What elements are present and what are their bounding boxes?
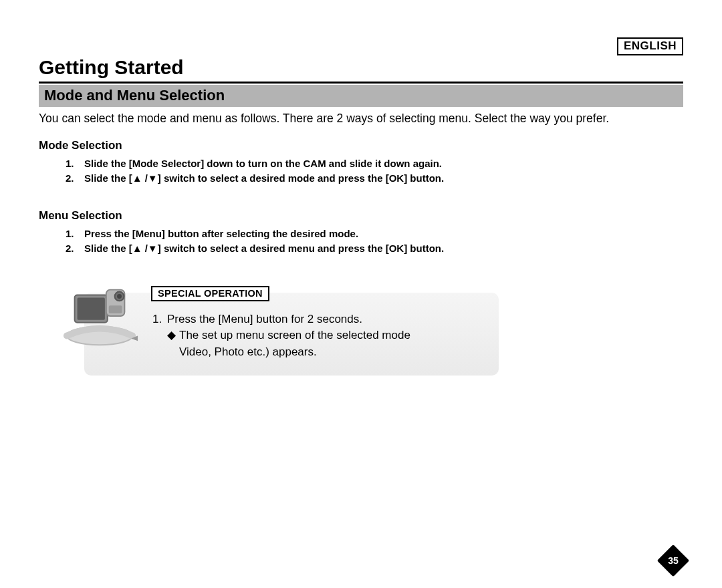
section-heading-bar: Mode and Menu Selection	[39, 85, 683, 107]
diamond-bullet-icon: ◆	[167, 327, 179, 360]
step-text: Slide the [▲ /▼] switch to select a desi…	[84, 171, 444, 186]
list-item: 2. Slide the [▲ /▼] switch to select a d…	[66, 241, 683, 257]
divider	[39, 82, 683, 84]
callout-line: The set up menu screen of the selected m…	[179, 327, 410, 360]
page-number-badge: 35	[662, 549, 685, 572]
up-down-arrows-icon: ▲ /▼	[132, 241, 158, 257]
mode-selection-steps: 1. Slide the [Mode Selector] down to tur…	[66, 156, 683, 186]
list-item: 1. Slide the [Mode Selector] down to tur…	[66, 156, 683, 172]
special-operation-callout: SPECIAL OPERATION 1. Press the [Menu] bu…	[84, 293, 499, 376]
step-text: Press the [Menu] button after selecting …	[84, 227, 358, 242]
step-number: 1.	[66, 227, 84, 242]
up-down-arrows-icon: ▲ /▼	[132, 171, 158, 186]
svg-rect-2	[78, 297, 105, 319]
list-item: 1. Press the [Menu] button after selecti…	[66, 227, 683, 242]
step-number: 2.	[66, 241, 84, 257]
page-title: Getting Started	[39, 56, 683, 79]
subheading-menu-selection: Menu Selection	[39, 209, 683, 223]
subheading-mode-selection: Mode Selection	[39, 139, 683, 152]
camera-icon	[60, 275, 139, 354]
svg-point-5	[117, 294, 122, 299]
step-text: Slide the [▲ /▼] switch to select a desi…	[84, 241, 444, 257]
callout-line: Press the [Menu] button for 2 seconds.	[167, 311, 362, 328]
step-text: Slide the [Mode Selector] down to turn o…	[84, 156, 442, 172]
step-number: 1.	[152, 311, 167, 328]
special-operation-label: SPECIAL OPERATION	[151, 286, 269, 301]
intro-text: You can select the mode and menu as foll…	[39, 111, 683, 127]
language-badge: ENGLISH	[617, 37, 683, 55]
step-number: 1.	[66, 156, 84, 172]
list-item: 2. Slide the [▲ /▼] switch to select a d…	[66, 171, 683, 186]
step-number: 2.	[66, 171, 84, 186]
svg-rect-6	[109, 305, 122, 313]
menu-selection-steps: 1. Press the [Menu] button after selecti…	[66, 227, 683, 257]
